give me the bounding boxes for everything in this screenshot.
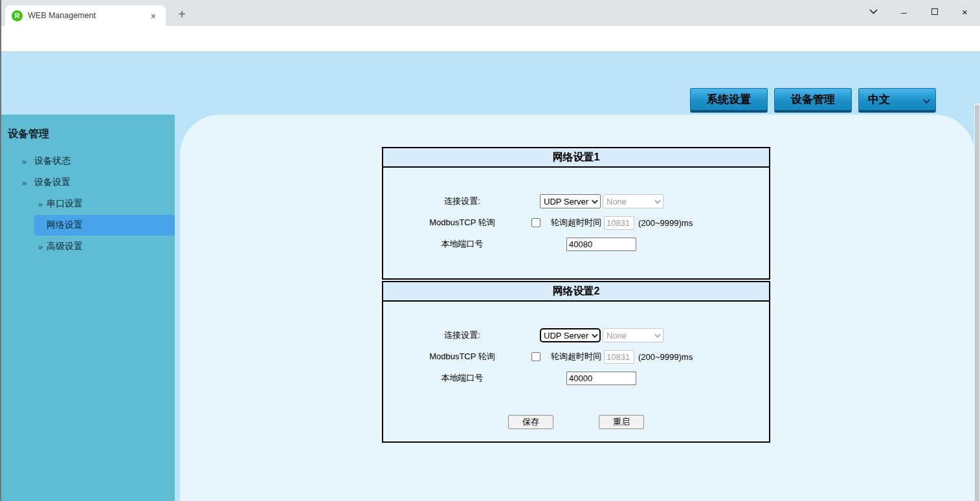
connection-settings-row: 连接设置: UDP Server None <box>383 194 769 209</box>
connection-settings-row: 连接设置: UDP Server None <box>383 328 769 343</box>
poll-timeout-range-hint: (200~9999)ms <box>638 218 693 228</box>
modbus-poll-label: ModbusTCP 轮询 <box>383 349 541 364</box>
content-panel: 网络设置1 连接设置: UDP Server None <box>180 115 975 501</box>
window-minimize-button[interactable]: – <box>889 0 919 23</box>
site-favicon-icon: R <box>12 10 23 21</box>
sidebar-item-label: 串口设置 <box>47 198 83 210</box>
save-button[interactable]: 保存 <box>508 415 553 429</box>
tab-title: WEB Management <box>28 11 148 20</box>
sidebar-item-device-status[interactable]: » 设备状态 <box>0 151 175 172</box>
local-port-label: 本地端口号 <box>383 236 541 252</box>
local-port-label: 本地端口号 <box>383 370 541 386</box>
connection-type-select[interactable]: UDP Server <box>540 328 601 342</box>
connection-secondary-select: None <box>603 328 663 342</box>
connection-secondary-select: None <box>603 194 663 208</box>
arrow-icon: » <box>38 242 43 252</box>
poll-timeout-input <box>604 350 634 364</box>
network-settings-2-panel: 网络设置2 连接设置: UDP Server None <box>382 281 770 443</box>
tab-search-chevron-icon[interactable] <box>858 0 889 23</box>
modbus-poll-checkbox[interactable] <box>531 352 540 361</box>
window-controls: – × <box>858 0 980 23</box>
scrollbar-thumb[interactable] <box>975 105 979 501</box>
connection-type-select[interactable]: UDP Server <box>540 194 601 208</box>
network-settings-form: 网络设置1 连接设置: UDP Server None <box>382 147 770 443</box>
sidebar-item-label: 设备状态 <box>34 155 71 167</box>
sidebar-item-device-settings[interactable]: » 设备设置 <box>0 172 175 193</box>
poll-timeout-label: 轮询超时时间 <box>551 351 601 362</box>
tab-close-icon[interactable]: × <box>148 10 159 21</box>
chevron-down-icon <box>592 197 598 204</box>
modbus-poll-checkbox[interactable] <box>531 218 540 227</box>
local-port-input[interactable] <box>566 372 636 385</box>
chevron-down-icon <box>654 331 661 338</box>
sidebar-title: 设备管理 <box>8 128 49 141</box>
modbus-poll-row: ModbusTCP 轮询 轮询超时时间 (200~9999)ms <box>383 349 769 364</box>
sidebar-item-label: 高级设置 <box>47 241 83 252</box>
arrow-icon: » <box>22 178 27 188</box>
chevron-down-icon <box>592 331 598 338</box>
browser-tab[interactable]: R WEB Management × <box>5 5 166 26</box>
sidebar-item-network-settings[interactable]: 网络设置 <box>34 215 175 236</box>
window-maximize-button[interactable] <box>919 0 950 23</box>
connection-secondary-value: None <box>607 197 627 206</box>
chevron-down-icon <box>923 96 930 104</box>
modbus-poll-row: ModbusTCP 轮询 轮询超时时间 (200~9999)ms <box>383 215 769 230</box>
network-settings-1-panel: 网络设置1 连接设置: UDP Server None <box>382 147 770 280</box>
poll-timeout-input <box>604 216 634 230</box>
local-port-row: 本地端口号 <box>383 370 769 386</box>
local-port-input[interactable] <box>566 238 636 251</box>
poll-timeout-label: 轮询超时时间 <box>551 217 601 228</box>
panel-title: 网络设置1 <box>383 148 769 168</box>
sidebar: 设备管理 » 设备状态 » 设备设置 » 串口设置 网络设置 » 高级设置 <box>0 115 175 501</box>
connection-type-value: UDP Server <box>544 331 588 340</box>
local-port-row: 本地端口号 <box>383 236 769 252</box>
tab-strip: R WEB Management × + – × <box>0 0 980 26</box>
language-select[interactable]: 中文 <box>858 88 936 113</box>
arrow-icon: » <box>22 157 27 166</box>
form-actions-row: 保存 重启 <box>383 415 769 429</box>
chevron-down-icon <box>654 197 661 204</box>
sidebar-item-label: 网络设置 <box>47 219 83 231</box>
sidebar-item-label: 设备设置 <box>34 177 71 188</box>
connection-type-value: UDP Server <box>544 197 588 206</box>
connection-settings-label: 连接设置: <box>383 194 541 209</box>
window-left-edge <box>0 0 1 501</box>
device-management-button[interactable]: 设备管理 <box>774 88 852 113</box>
language-select-value: 中文 <box>868 92 890 107</box>
arrow-icon: » <box>38 199 43 209</box>
maximize-icon <box>931 8 938 15</box>
connection-secondary-value: None <box>607 331 627 340</box>
page-background: 系统设置 设备管理 中文 设备管理 » 设备状态 » 设备设置 » 串口设置 网… <box>0 52 980 501</box>
new-tab-button[interactable]: + <box>173 6 190 23</box>
page-scrollbar[interactable] <box>974 104 980 501</box>
sidebar-item-advanced-settings[interactable]: » 高级设置 <box>0 236 175 257</box>
browser-toolbar: ← → ⚠ 不安全 192.168.0.148/html/DeviceSet.h… <box>0 26 980 52</box>
modbus-poll-label: ModbusTCP 轮询 <box>383 215 541 230</box>
connection-settings-label: 连接设置: <box>383 328 541 343</box>
sidebar-item-serial-settings[interactable]: » 串口设置 <box>0 194 175 214</box>
restart-button[interactable]: 重启 <box>599 415 644 429</box>
panel-title: 网络设置2 <box>383 282 769 302</box>
system-settings-button[interactable]: 系统设置 <box>690 88 768 113</box>
poll-timeout-range-hint: (200~9999)ms <box>638 352 693 362</box>
window-close-button[interactable]: × <box>950 0 980 23</box>
